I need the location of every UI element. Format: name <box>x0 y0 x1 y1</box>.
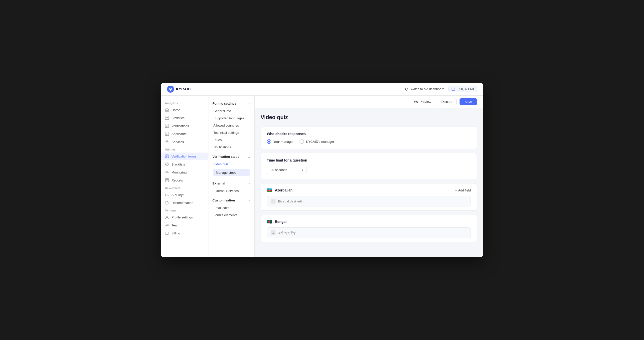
sidebar-item-services-label: Services <box>172 140 184 144</box>
second-panel: Form's settings ▲ General info Supported… <box>208 96 254 257</box>
logo-icon <box>167 86 174 92</box>
forms-icon <box>165 154 169 158</box>
forms-settings-section: Form's settings ▲ General info Supported… <box>208 100 254 151</box>
topbar: KYCAID Switch to old dashboard € 50,321.… <box>161 83 483 96</box>
svg-rect-25 <box>165 232 169 234</box>
sidebar-item-reports[interactable]: Reports <box>161 176 208 184</box>
settings-section-label: Settings <box>161 207 208 213</box>
radio-kycaid-manager-label: KYCAID's manager <box>306 140 334 144</box>
svg-point-16 <box>166 172 168 173</box>
sidebar-item-services[interactable]: Services <box>161 138 208 146</box>
bengali-label: Bengali <box>275 220 288 224</box>
panel-item-general-info[interactable]: General info <box>208 107 254 114</box>
sidebar-item-applicants[interactable]: Applicants <box>161 130 208 138</box>
svg-point-2 <box>454 89 454 90</box>
svg-rect-1 <box>452 88 455 90</box>
docs-icon <box>165 201 169 205</box>
time-limit-select[interactable]: 10 seconds 20 seconds 30 seconds 60 seco… <box>267 166 307 174</box>
customisation-section: Customisation ▲ Email editor Form's elem… <box>208 196 254 219</box>
panel-item-technical-settings[interactable]: Technical settings <box>208 129 254 136</box>
verif-icon <box>165 124 169 128</box>
azerbaijani-question-input[interactable] <box>278 200 467 203</box>
radio-kycaid-manager[interactable]: KYCAID's manager <box>300 139 334 144</box>
panel-item-allowed-countries[interactable]: Allowed countries <box>208 122 254 129</box>
svg-rect-11 <box>165 155 169 158</box>
applicants-icon <box>165 132 169 136</box>
svg-point-10 <box>166 141 168 142</box>
bengali-flag: 🇧🇩 <box>267 219 272 224</box>
home-icon <box>165 108 169 112</box>
panel-item-external-services[interactable]: External Services <box>208 187 254 194</box>
app-window: KYCAID Switch to old dashboard € 50,321.… <box>161 83 483 257</box>
sidebar-item-monitoring-label: Monitoring <box>172 170 187 174</box>
logo-text: KYCAID <box>176 87 191 91</box>
sidebar-item-billing[interactable]: Billing <box>161 230 208 237</box>
customisation-chevron: ▲ <box>248 199 250 202</box>
sidebar-item-documentation[interactable]: Documentation <box>161 199 208 206</box>
azerbaijani-flag: 🇦🇿 <box>267 188 272 193</box>
panel-item-forms-elements[interactable]: Form's elements <box>208 212 254 219</box>
svg-point-28 <box>416 101 416 102</box>
panel-item-rules[interactable]: Rules <box>208 136 254 144</box>
api-icon <box>165 193 169 197</box>
preview-button[interactable]: Preview <box>411 98 434 105</box>
eye-icon <box>414 100 418 104</box>
sidebar-item-blacklists[interactable]: Blacklists <box>161 160 208 168</box>
sidebar-item-api-keys-label: API keys <box>172 193 184 197</box>
svg-point-0 <box>169 88 172 90</box>
sidebar-item-verification-forms[interactable]: Verification forms <box>161 152 208 160</box>
verification-steps-header[interactable]: Verification steps ▲ <box>208 153 254 160</box>
bengali-title: 🇧🇩 Bengali <box>267 219 288 224</box>
forms-settings-header[interactable]: Form's settings ▲ <box>208 100 254 107</box>
sidebar-item-monitoring[interactable]: Monitoring <box>161 168 208 176</box>
svg-point-24 <box>167 224 168 225</box>
panel-item-notifications[interactable]: Notifications <box>208 144 254 151</box>
blacklists-icon <box>165 162 169 166</box>
sidebar-item-blacklists-label: Blacklists <box>172 162 185 166</box>
main-layout: Analytics Home Statistics <box>161 96 483 257</box>
sidebar-item-api-keys[interactable]: API keys <box>161 191 208 198</box>
discard-button[interactable]: Discard <box>437 98 456 105</box>
panel-item-supported-languages[interactable]: Supported languages <box>208 114 254 122</box>
stats-icon <box>165 116 169 120</box>
panel-item-manage-steps[interactable]: Manage steps <box>213 169 250 176</box>
sidebar-item-verifications[interactable]: Verifications <box>161 122 208 130</box>
external-section: External ▲ External Services <box>208 180 254 194</box>
main-content: Preview Discard Save Video quiz Who chec… <box>254 96 483 257</box>
time-limit-title: Time limit for a question <box>267 158 471 162</box>
who-checks-radio-group: Your manager KYCAID's manager <box>267 139 471 144</box>
utilities-section-label: Utilities <box>161 146 208 152</box>
profile-icon <box>165 215 169 219</box>
svg-point-9 <box>166 140 168 143</box>
content-body: Video quiz Who checks responses Your man… <box>254 108 483 257</box>
add-field-azerbaijani-button[interactable]: + Add field <box>455 188 471 192</box>
external-header[interactable]: External ▲ <box>208 180 254 187</box>
sidebar-item-team[interactable]: Team <box>161 222 208 229</box>
sidebar-item-home[interactable]: Home <box>161 106 208 114</box>
bengali-question-input[interactable] <box>278 231 467 235</box>
sidebar-item-verifications-label: Verifications <box>172 124 189 128</box>
services-icon <box>165 140 169 144</box>
balance-badge[interactable]: € 50,321.60 <box>448 86 477 92</box>
refresh-icon <box>405 87 408 91</box>
panel-item-video-quiz[interactable]: Video quiz <box>208 160 254 168</box>
svg-point-22 <box>166 216 168 218</box>
verification-steps-section: Verification steps ▲ Video quiz Manage s… <box>208 153 254 178</box>
page-title: Video quiz <box>260 114 477 120</box>
add-field-plus-icon: + <box>455 188 457 192</box>
panel-item-email-editor[interactable]: Email editor <box>208 204 254 212</box>
radio-your-manager-circle <box>267 139 271 144</box>
sidebar-item-verification-forms-label: Verification forms <box>172 154 196 158</box>
bengali-header: 🇧🇩 Bengali <box>267 219 471 224</box>
switch-dashboard-button[interactable]: Switch to old dashboard <box>405 87 444 91</box>
content-header: Preview Discard Save <box>254 96 483 108</box>
save-button[interactable]: Save <box>460 98 477 105</box>
time-limit-card: Time limit for a question 10 seconds 20 … <box>260 153 477 179</box>
sidebar-item-profile-settings[interactable]: Profile settings <box>161 214 208 221</box>
radio-your-manager[interactable]: Your manager <box>267 139 294 144</box>
monitoring-icon <box>165 170 169 174</box>
customisation-header[interactable]: Customisation ▲ <box>208 196 254 204</box>
sidebar-item-statistics[interactable]: Statistics <box>161 114 208 122</box>
who-checks-title: Who checks responses <box>267 132 471 136</box>
azerbaijani-question-number: 1 <box>270 199 276 204</box>
